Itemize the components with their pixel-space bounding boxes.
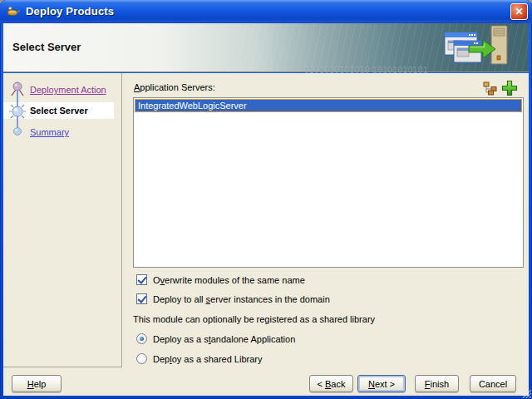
finish-button[interactable]: Finish bbox=[415, 375, 459, 392]
checkbox-checked-icon bbox=[136, 274, 147, 285]
application-servers-list[interactable]: IntegratedWebLogicServer bbox=[133, 97, 524, 268]
resize-grip[interactable] bbox=[521, 388, 531, 398]
standalone-application-radio[interactable]: Deploy as a standalone Application bbox=[136, 333, 295, 344]
overwrite-modules-checkbox[interactable]: Overwrite modules of the same name bbox=[136, 274, 305, 285]
sidebar-step-select-server[interactable]: Select Server bbox=[30, 104, 88, 117]
page-title: Select Server bbox=[12, 41, 81, 53]
window-title: Deploy Products bbox=[26, 0, 114, 22]
titlebar[interactable]: Deploy Products ✕ bbox=[0, 0, 532, 23]
close-icon: ✕ bbox=[515, 6, 523, 17]
sidebar-step-summary[interactable]: Summary bbox=[30, 126, 69, 139]
list-item-selected[interactable]: IntegratedWebLogicServer bbox=[135, 99, 522, 112]
add-server-icon[interactable] bbox=[500, 79, 519, 97]
back-button[interactable]: < Back bbox=[309, 375, 353, 392]
sidebar-step-deployment-action[interactable]: Deployment Action bbox=[30, 83, 106, 96]
wizard-steps-sidebar: Deployment Action Select Server Summary bbox=[3, 73, 122, 367]
next-button[interactable]: Next > bbox=[357, 375, 406, 392]
shared-library-note: This module can optionally be registered… bbox=[133, 314, 375, 324]
deploy-lamp-icon bbox=[6, 4, 21, 19]
radio-unselected-icon bbox=[136, 353, 147, 364]
application-servers-label: Application Servers: bbox=[134, 82, 215, 92]
shared-library-radio[interactable]: Deploy as a shared Library bbox=[136, 353, 262, 364]
checkbox-checked-icon bbox=[136, 293, 147, 304]
deploy-products-window: Deploy Products ✕ Select Server 01010101… bbox=[0, 0, 532, 399]
deploy-all-instances-checkbox[interactable]: Deploy to all server instances in the do… bbox=[136, 293, 330, 304]
wizard-banner: Select Server 0101010101010 10101010101 … bbox=[3, 23, 529, 72]
help-button[interactable]: Help bbox=[12, 375, 62, 392]
deploy-to-server-icon bbox=[444, 25, 510, 68]
server-hierarchy-icon[interactable] bbox=[483, 81, 497, 96]
cancel-button[interactable]: Cancel bbox=[470, 375, 516, 392]
close-button[interactable]: ✕ bbox=[510, 3, 528, 20]
radio-selected-icon bbox=[136, 333, 147, 344]
